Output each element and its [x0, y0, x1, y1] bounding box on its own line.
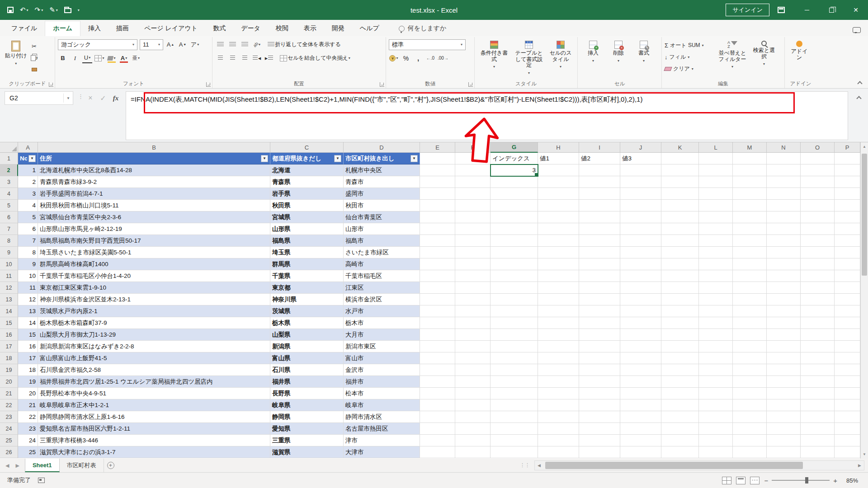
cell-E2[interactable]: [420, 164, 455, 176]
cell-L8[interactable]: [699, 235, 733, 247]
select-all-corner[interactable]: [0, 142, 18, 153]
cell-A14[interactable]: 13: [18, 305, 38, 317]
cell-I26[interactable]: [579, 446, 620, 458]
cell-G21[interactable]: [491, 388, 538, 399]
number-format-combo[interactable]: 標準▾: [389, 39, 466, 50]
align-bottom-icon[interactable]: [240, 40, 250, 50]
cell-D15[interactable]: 栃木市: [344, 317, 420, 329]
cell-J18[interactable]: [620, 352, 661, 364]
cell-F11[interactable]: [455, 270, 491, 282]
cell-G13[interactable]: [491, 294, 538, 305]
cell-M23[interactable]: [733, 411, 767, 423]
cell-H14[interactable]: [538, 305, 579, 317]
cell-H15[interactable]: [538, 317, 579, 329]
cell-E1[interactable]: [420, 153, 455, 164]
cell-A16[interactable]: 15: [18, 329, 38, 341]
italic-icon[interactable]: I: [70, 53, 80, 63]
cell-D25[interactable]: 津市: [344, 435, 420, 446]
cell-N3[interactable]: [767, 176, 801, 188]
decrease-font-icon[interactable]: A▼: [178, 40, 188, 50]
cell-E23[interactable]: [420, 411, 455, 423]
ink-icon[interactable]: ✎▾: [49, 6, 58, 14]
cell-O15[interactable]: [801, 317, 835, 329]
cell-J9[interactable]: [620, 247, 661, 258]
cell-H25[interactable]: [538, 435, 579, 446]
align-center-icon[interactable]: [227, 53, 237, 63]
cell-M12[interactable]: [733, 282, 767, 294]
row-header-13[interactable]: 13: [0, 294, 18, 305]
normal-view-icon[interactable]: [722, 477, 731, 484]
cell-N13[interactable]: [767, 294, 801, 305]
cell-P18[interactable]: [835, 352, 860, 364]
cell-D9[interactable]: さいたま市緑区: [344, 247, 420, 258]
cell-L11[interactable]: [699, 270, 733, 282]
cell-O13[interactable]: [801, 294, 835, 305]
cell-G16[interactable]: [491, 329, 538, 341]
cell-J6[interactable]: [620, 211, 661, 223]
cell-K25[interactable]: [661, 435, 699, 446]
cell-H26[interactable]: [538, 446, 579, 458]
cell-G22[interactable]: [491, 399, 538, 411]
increase-font-icon[interactable]: A▲: [165, 40, 175, 50]
cell-O20[interactable]: [801, 376, 835, 388]
cell-J15[interactable]: [620, 317, 661, 329]
cell-H23[interactable]: [538, 411, 579, 423]
cell-I19[interactable]: [579, 364, 620, 376]
cell-K2[interactable]: [661, 164, 699, 176]
cell-P17[interactable]: [835, 341, 860, 352]
cell-E13[interactable]: [420, 294, 455, 305]
cell-C4[interactable]: 岩手県: [270, 188, 344, 200]
cell-F22[interactable]: [455, 399, 491, 411]
cell-K13[interactable]: [661, 294, 699, 305]
cell-D24[interactable]: 名古屋市熱田区: [344, 423, 420, 435]
cell-K12[interactable]: [661, 282, 699, 294]
cell-O22[interactable]: [801, 399, 835, 411]
row-header-21[interactable]: 21: [0, 388, 18, 399]
cell-A15[interactable]: 14: [18, 317, 38, 329]
page-layout-view-icon[interactable]: [736, 477, 745, 484]
cell-M16[interactable]: [733, 329, 767, 341]
cell-K23[interactable]: [661, 411, 699, 423]
column-header-K[interactable]: K: [661, 142, 699, 153]
format-as-table-button[interactable]: テーブルとして書式設定▾: [511, 38, 547, 80]
column-header-N[interactable]: N: [767, 142, 801, 153]
cell-I20[interactable]: [579, 376, 620, 388]
cell-N5[interactable]: [767, 200, 801, 211]
font-size-combo[interactable]: 11▾: [140, 39, 163, 50]
cell-O1[interactable]: [801, 153, 835, 164]
cell-N8[interactable]: [767, 235, 801, 247]
cell-C11[interactable]: 千葉県: [270, 270, 344, 282]
cell-I5[interactable]: [579, 200, 620, 211]
cell-C6[interactable]: 宮城県: [270, 211, 344, 223]
cell-G12[interactable]: [491, 282, 538, 294]
cell-K20[interactable]: [661, 376, 699, 388]
cell-D13[interactable]: 横浜市金沢区: [344, 294, 420, 305]
cell-J22[interactable]: [620, 399, 661, 411]
cell-E9[interactable]: [420, 247, 455, 258]
cell-M19[interactable]: [733, 364, 767, 376]
cell-L22[interactable]: [699, 399, 733, 411]
cell-C7[interactable]: 山形県: [270, 223, 344, 235]
cell-P15[interactable]: [835, 317, 860, 329]
cell-E11[interactable]: [420, 270, 455, 282]
cell-J2[interactable]: [620, 164, 661, 176]
cell-B22[interactable]: 岐阜県岐阜市正木中1-2-1: [38, 399, 270, 411]
close-button[interactable]: ✕: [844, 0, 868, 20]
cell-C9[interactable]: 埼玉県: [270, 247, 344, 258]
cell-A5[interactable]: 4: [18, 200, 38, 211]
cell-P4[interactable]: [835, 188, 860, 200]
cell-F7[interactable]: [455, 223, 491, 235]
cut-icon[interactable]: ✂: [29, 41, 39, 51]
cell-K10[interactable]: [661, 258, 699, 270]
cell-O19[interactable]: [801, 364, 835, 376]
cell-I11[interactable]: [579, 270, 620, 282]
row-header-11[interactable]: 11: [0, 270, 18, 282]
cell-L18[interactable]: [699, 352, 733, 364]
cell-M24[interactable]: [733, 423, 767, 435]
cell-P2[interactable]: [835, 164, 860, 176]
ribbon-tab-4[interactable]: ページ レイアウト: [137, 21, 205, 36]
cell-K16[interactable]: [661, 329, 699, 341]
cell-G4[interactable]: [491, 188, 538, 200]
cell-F10[interactable]: [455, 258, 491, 270]
cell-B15[interactable]: 栃木県栃木市箱森町37-9: [38, 317, 270, 329]
